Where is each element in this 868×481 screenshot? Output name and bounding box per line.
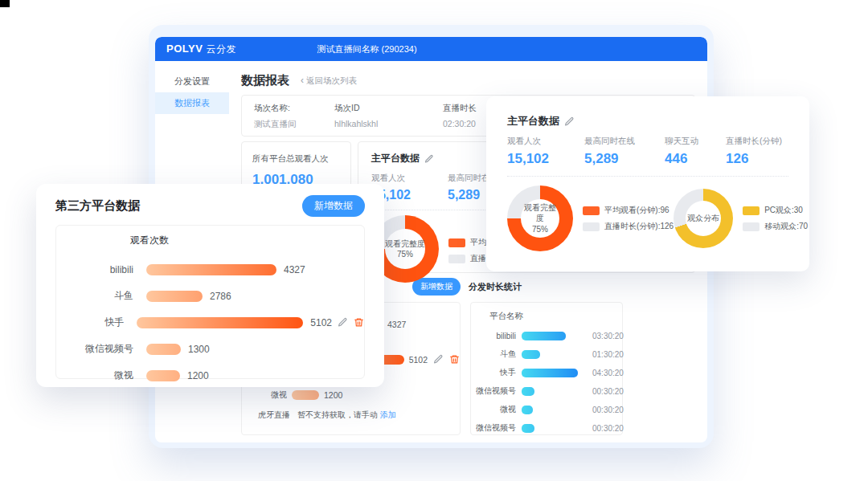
value-bar	[522, 406, 533, 414]
duration-stats-title: 分发时长统计	[469, 281, 522, 293]
bar-value: 5102	[409, 355, 428, 365]
sidebar-item-data-report[interactable]: 数据报表	[155, 92, 229, 114]
delete-icon[interactable]	[449, 354, 460, 365]
platform-label: 微信视频号	[56, 342, 133, 356]
chart-row: 微视 1200	[247, 389, 460, 400]
platform-label: 微视	[476, 404, 516, 415]
platform-label: 斗鱼	[56, 289, 133, 303]
chart-row: 微视 1200	[56, 369, 364, 381]
delete-icon[interactable]	[354, 317, 364, 328]
logo-text: POLYV	[166, 43, 203, 55]
bar-value: 4327	[284, 264, 305, 275]
edit-icon[interactable]	[424, 154, 434, 164]
value-bar	[522, 387, 534, 396]
title-bar: POLYV云分发 测试直播间名称 (290234)	[155, 37, 707, 61]
add-data-button[interactable]: 新增数据	[302, 195, 365, 217]
value-bar	[146, 344, 181, 355]
platform-label: 微视	[247, 389, 287, 401]
bar-value: 5102	[310, 317, 332, 328]
bar-value: 00:30:20	[592, 424, 624, 433]
duration-panel: 平台名称 bilibili 03:30:20 斗鱼 01:30:20 快手 04…	[470, 302, 623, 435]
manual-add-link[interactable]: 添加	[380, 410, 396, 419]
audience-legend: PC观众:30 移动观众:70	[743, 205, 808, 232]
back-to-session-list-link[interactable]: ‹返回场次列表	[301, 75, 357, 87]
platform-name-header: 平台名称	[489, 311, 622, 322]
value-bar	[522, 424, 534, 433]
chart-row: 快手 04:30:20	[476, 368, 622, 377]
bar-value: 04:30:20	[592, 369, 624, 377]
chart-row: 微信视频号 1300	[56, 343, 364, 355]
chart-row: 微视 00:30:20	[476, 405, 622, 414]
value-bar	[137, 317, 303, 328]
chart-row: 快手 5102	[56, 316, 364, 328]
bar-value: 01:30:20	[592, 350, 624, 359]
bar-value: 2786	[210, 291, 231, 302]
platform-label: 斗鱼	[476, 349, 516, 360]
completion-donut-chart: 观看完整度 75%	[507, 185, 573, 251]
platform-label: 快手	[476, 367, 516, 378]
chart-row: 微信视频号 00:30:20	[476, 423, 622, 433]
overlay-title: 主平台数据	[507, 114, 559, 128]
value-bar	[522, 350, 540, 359]
huya-row: 虎牙直播 暂不支持获取，请手动 添加	[258, 410, 460, 421]
completion-legend: 平均观看(分钟):96 直播时长(分钟):126	[583, 205, 674, 232]
value-bar	[522, 369, 578, 377]
audience-donut-chart: 观众分布	[674, 189, 733, 248]
platform-label: bilibili	[476, 332, 516, 340]
chart-row: 斗鱼 2786	[56, 290, 364, 302]
bar-value: 1200	[187, 370, 209, 381]
overlay-title: 第三方平台数据	[55, 198, 140, 214]
edit-icon[interactable]	[564, 116, 575, 127]
bar-value: 03:30:20	[592, 332, 624, 340]
platform-label: bilibili	[56, 264, 133, 275]
platform-label: 快手	[56, 316, 124, 329]
edit-icon[interactable]	[433, 354, 444, 365]
platform-label: 微信视频号	[476, 385, 516, 397]
screen-edge-artifact	[0, 0, 10, 7]
sidebar-item-distribution-settings[interactable]: 分发设置	[155, 71, 229, 92]
stat-stream-minutes: 直播时长(分钟) 126	[726, 136, 788, 167]
edit-icon[interactable]	[338, 317, 348, 328]
views-chart-title: 观看次数	[130, 234, 364, 247]
chart-row: 微信视频号 00:30:20	[476, 386, 622, 396]
value-bar	[146, 264, 276, 275]
main-platform-overlay-card: 主平台数据 观看人次 15,102 最高同时在线 5,289 聊天互动 446 …	[486, 96, 809, 271]
value-bar	[522, 332, 566, 340]
stat-chat-interactions: 聊天互动 446	[665, 136, 726, 167]
value-bar	[292, 390, 319, 400]
session-id-col: 场次ID hlhlkahlskhl	[334, 103, 419, 136]
chevron-left-icon: ‹	[301, 75, 304, 86]
bar-value: 00:30:20	[592, 387, 624, 396]
stat-views: 观看人次 15,102	[507, 136, 584, 167]
polyv-logo: POLYV云分发	[166, 43, 236, 56]
bar-value: 00:30:20	[592, 406, 624, 414]
platform-label: 微视	[56, 369, 133, 382]
chart-row: 斗鱼 01:30:20	[476, 349, 622, 359]
value-bar	[146, 370, 180, 381]
bar-value: 1300	[188, 344, 210, 355]
bar-value: 4327	[387, 320, 406, 329]
page-title: 数据报表	[241, 73, 289, 88]
logo-suffix: 云分发	[206, 43, 236, 55]
views-chart-panel: 观看次数 bilibili 4327 斗鱼 2786 快手 5102 微信视频号…	[55, 225, 365, 379]
stat-peak-online: 最高同时在线 5,289	[584, 136, 665, 167]
bar-value: 1200	[324, 390, 342, 400]
value-bar	[146, 291, 203, 302]
chart-row: bilibili 03:30:20	[476, 331, 622, 340]
session-name-col: 场次名称: 测试直播间	[254, 103, 310, 136]
add-data-button[interactable]: 新增数据	[412, 278, 461, 296]
third-party-overlay-card: 第三方平台数据 新增数据 观看次数 bilibili 4327 斗鱼 2786 …	[36, 184, 384, 387]
chart-row: bilibili 4327	[56, 263, 364, 275]
platform-label: 微信视频号	[476, 422, 516, 434]
